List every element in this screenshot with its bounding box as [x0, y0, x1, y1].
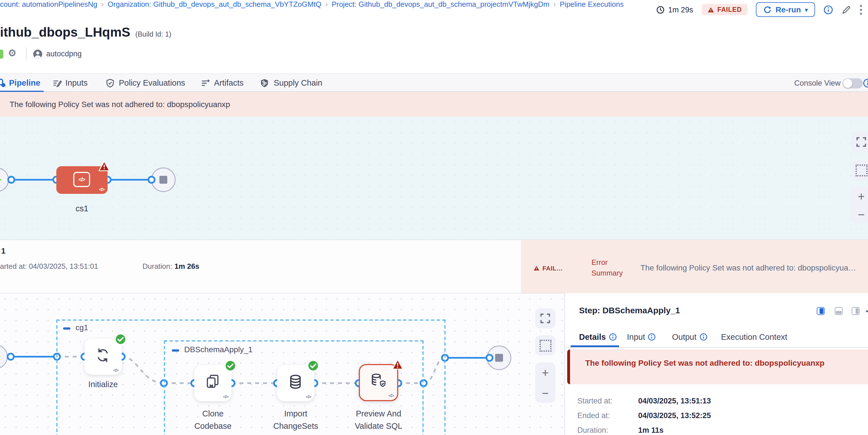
- failed-badge-icon: [98, 160, 111, 173]
- fullscreen-icon: [856, 136, 867, 148]
- info-icon[interactable]: [824, 5, 833, 14]
- pipeline-name: ithub_dbops_LHqmS: [0, 25, 130, 39]
- build-id: (Build Id: 1): [135, 30, 172, 38]
- initialize-sync-icon: [94, 346, 112, 364]
- zoom-out-button[interactable]: −: [542, 387, 549, 399]
- layout-bottom-panel-button[interactable]: [835, 307, 843, 315]
- error-summary-label: Error Summary: [591, 257, 623, 278]
- info-icon: [648, 333, 656, 341]
- failed-badge-icon: [392, 359, 404, 371]
- success-badge-icon: [114, 333, 127, 345]
- stage-connectors: [0, 117, 868, 240]
- zoom-controls: + −: [851, 187, 868, 223]
- zoom-controls: + −: [535, 362, 555, 403]
- breadcrumb-project[interactable]: Project: Github_db_devops_aut_db_schema_…: [332, 0, 550, 8]
- fullscreen-icon: [539, 313, 551, 324]
- layout-right-panel-button[interactable]: [817, 307, 825, 315]
- status-badge: FAILED: [702, 4, 747, 15]
- zoom-out-button[interactable]: −: [858, 208, 865, 220]
- group-label-cg1: cg1: [75, 323, 88, 332]
- collapse-group-button[interactable]: [63, 328, 70, 329]
- console-view-label: Console View: [794, 79, 841, 87]
- supply-chain-tab-icon: [260, 78, 269, 88]
- stage-name: 1: [1, 246, 6, 255]
- code-mini-icon: </>: [389, 393, 394, 398]
- chevron-right-icon: ›: [553, 0, 556, 8]
- caret-down-icon: ▾: [805, 6, 808, 13]
- status-badge-label: FAILED: [717, 6, 742, 13]
- code-mini-icon: </>: [306, 394, 311, 400]
- pipeline-stage-canvas[interactable]: </> </> cs1 + −: [0, 117, 868, 240]
- stage-node-cs1[interactable]: </> </>: [56, 166, 107, 194]
- step-label-initialize: Initialize: [69, 378, 137, 391]
- step-label-import-changesets: Import ChangeSets: [262, 407, 330, 432]
- policy-evaluations-tab-icon: [105, 78, 115, 88]
- app: count: automationPipelinesNg › Organizat…: [0, 0, 868, 435]
- step-node-preview-validate-sql[interactable]: </>: [359, 364, 398, 401]
- step-node-initialize[interactable]: </>: [85, 339, 122, 375]
- stage-fail-badge: FAIL…: [533, 265, 563, 272]
- step-node-import-changesets[interactable]: </>: [277, 365, 314, 401]
- artifacts-tab-icon: [200, 78, 210, 88]
- info-icon[interactable]: [863, 78, 868, 88]
- gear-icon[interactable]: ⚙: [8, 47, 17, 59]
- inputs-tab-icon: [52, 78, 62, 88]
- stage-info-row: 1 arted at: 04/03/2025, 13:51:01 Duratio…: [0, 240, 868, 293]
- collapse-group-button[interactable]: [172, 349, 179, 351]
- selection-tool-button[interactable]: [535, 335, 555, 355]
- database-icon: [287, 373, 304, 391]
- success-badge-icon: [307, 360, 319, 372]
- panel-tab-details[interactable]: Details: [579, 333, 617, 341]
- fullscreen-button[interactable]: [851, 132, 868, 152]
- trigger-user: autocdpng: [46, 50, 82, 58]
- edit-pencil-icon[interactable]: [841, 5, 851, 14]
- zoom-in-button[interactable]: +: [542, 367, 549, 378]
- refresh-icon: [763, 5, 772, 14]
- tab-pipeline[interactable]: Pipeline: [9, 78, 40, 87]
- custom-stage-icon: </>: [73, 172, 90, 187]
- database-validate-icon: [369, 372, 387, 390]
- code-mini-icon: </>: [99, 187, 104, 192]
- chevron-right-icon: ›: [101, 0, 104, 8]
- tab-artifacts[interactable]: Artifacts: [214, 78, 244, 87]
- rerun-button[interactable]: Re-run ▾: [756, 2, 815, 17]
- step-node-clone-codebase[interactable]: </>: [194, 365, 231, 401]
- tab-inputs[interactable]: Inputs: [65, 78, 88, 87]
- step-error-box: The following Policy Set was not adhered…: [567, 349, 868, 384]
- success-badge-icon: [224, 360, 237, 372]
- step-label-clone-codebase: Clone Codebase: [179, 407, 247, 432]
- breadcrumb-pipeline-executions[interactable]: Pipeline Executions: [560, 0, 624, 8]
- console-view-toggle[interactable]: [843, 78, 863, 89]
- breadcrumb-account[interactable]: count: automationPipelinesNg: [0, 0, 97, 8]
- detail-row-ended: Ended at:04/03/2025, 13:52:25: [577, 411, 711, 420]
- panel-tab-output[interactable]: Output: [672, 333, 707, 341]
- divider: [565, 347, 868, 348]
- code-mini-icon: </>: [113, 367, 118, 373]
- detail-row-duration: Duration:1m 11s: [577, 426, 663, 434]
- error-summary-message: The following Policy Set was not adhered…: [641, 263, 868, 272]
- clock-icon: [656, 5, 665, 14]
- breadcrumb-organization[interactable]: Organization: Github_db_devops_aut_db_sc…: [107, 0, 321, 8]
- rerun-button-label: Re-run: [776, 5, 801, 14]
- panel-tab-execution-context[interactable]: Execution Context: [721, 333, 787, 341]
- tab-policy-evaluations[interactable]: Policy Evaluations: [119, 78, 185, 87]
- stage-started-at: arted at: 04/03/2025, 13:51:01: [0, 262, 98, 271]
- toggle-knob: [843, 79, 852, 88]
- minimize-panel-button[interactable]: [866, 310, 868, 312]
- tab-supply-chain[interactable]: Supply Chain: [274, 78, 322, 87]
- zoom-in-button[interactable]: +: [858, 190, 865, 202]
- step-details-panel: Step: DBSchemaApply_1 Details Input: [565, 293, 868, 435]
- layout-sidebar-button[interactable]: [852, 307, 860, 315]
- panel-tab-input[interactable]: Input: [627, 333, 656, 341]
- code-mini-icon: </>: [223, 394, 228, 400]
- step-execution-canvas[interactable]: cg1 DBSchemaApply_1 </> Initialize: [0, 293, 565, 435]
- step-label-preview-validate-sql: Preview And Validate SQL: [342, 407, 415, 432]
- kebab-menu-icon[interactable]: [860, 4, 862, 15]
- clone-codebase-icon: [204, 373, 221, 391]
- fullscreen-button[interactable]: [535, 308, 555, 329]
- selection-tool-button[interactable]: [851, 160, 868, 180]
- tag-icon: [0, 50, 3, 59]
- page-title: ithub_dbops_LHqmS(Build Id: 1): [0, 25, 171, 40]
- info-icon: [699, 333, 707, 341]
- elapsed-time: 1m 29s: [656, 5, 693, 14]
